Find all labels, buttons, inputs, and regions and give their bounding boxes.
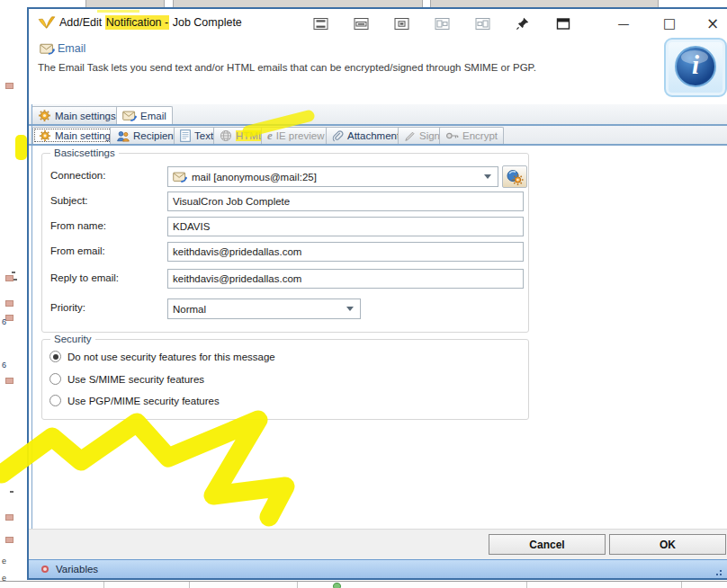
priority-label: Priority: (50, 302, 85, 313)
background-gridline (526, 582, 527, 588)
manage-connections-button[interactable] (502, 165, 527, 188)
maximize-icon: □ (663, 15, 676, 31)
background-cell-mark (5, 300, 13, 307)
security-group: Security Do not use security features fo… (41, 339, 529, 420)
tab-label: Encrypt (462, 130, 498, 141)
background-cell-mark (5, 514, 13, 521)
tab-label: Sign (419, 130, 440, 141)
window-icon (556, 17, 570, 31)
key-icon (445, 131, 459, 140)
add-edit-notification-dialog: Add/Edit Notification - Job Complete — □… (27, 7, 727, 580)
connection-select[interactable]: mail [anonymous@mail:25] (167, 166, 498, 187)
group-title: Basicsettings (50, 147, 119, 158)
background-table-strip (0, 581, 727, 588)
dock-left-button[interactable] (432, 13, 452, 33)
ok-button[interactable]: OK (609, 534, 726, 555)
minimize-button[interactable]: — (614, 13, 633, 33)
background-text-fragment (13, 279, 17, 281)
document-icon (180, 129, 191, 142)
background-text-fragment (12, 272, 15, 273)
paperclip-icon (332, 130, 344, 142)
radio-no-security[interactable] (49, 351, 61, 362)
dock-layout-button[interactable] (310, 13, 330, 33)
from-name-input[interactable] (167, 217, 524, 236)
panel-border (31, 104, 32, 529)
dock-center-button[interactable] (391, 13, 411, 33)
window-mode-button[interactable] (553, 13, 573, 33)
dropdown-arrow-icon (484, 174, 491, 179)
from-email-label: From email: (50, 245, 105, 256)
background-cell-mark (5, 83, 13, 89)
background-gridline (681, 582, 682, 588)
pushpin-icon (516, 16, 530, 31)
reply-to-email-label: Reply to email: (50, 272, 119, 283)
background-status-icon (333, 583, 341, 588)
priority-select[interactable]: Normal (167, 298, 361, 319)
from-name-label: From name: (50, 220, 106, 231)
email-sub-tab-strip: Main settings Recipients Text HTML e IE … (29, 126, 727, 146)
dropdown-arrow-icon (346, 307, 354, 311)
radio-pgp-security[interactable] (49, 395, 61, 406)
title-prefix: Add/Edit (59, 16, 105, 29)
outer-tab-strip: Main settings Email (29, 104, 727, 126)
connection-settings-icon (506, 168, 524, 186)
people-icon (116, 130, 130, 142)
variables-bar[interactable]: Variables (29, 559, 727, 578)
radio-label: Use PGP/MIME security features (67, 396, 220, 406)
variables-icon (41, 566, 49, 573)
title-highlighted-text: Notification - (105, 15, 169, 30)
tab-email-outer[interactable]: Email (116, 106, 173, 124)
dock-left-icon (435, 17, 450, 31)
close-button[interactable]: × (703, 13, 723, 33)
info-button[interactable]: i (664, 38, 727, 97)
from-email-input[interactable] (167, 242, 524, 262)
dock-center-icon (394, 17, 409, 31)
basic-settings-group: Basicsettings Connection: mail [anonymou… (41, 153, 529, 333)
background-text-fragment: 6 (2, 317, 6, 326)
dock-fill-icon (354, 17, 369, 31)
page-description: The Email Task lets you send text and/or… (38, 62, 536, 73)
radio-smime-security[interactable] (49, 373, 61, 385)
connection-label: Connection: (50, 170, 105, 181)
pen-icon (404, 130, 416, 142)
variables-label: Variables (56, 564, 98, 575)
gears-icon (39, 129, 51, 142)
background-cell-mark (5, 537, 13, 543)
background-cell-mark (5, 378, 13, 384)
connection-value: mail [anonymous@mail:25] (192, 172, 480, 183)
globe-icon (220, 129, 232, 142)
dock-right-button[interactable] (472, 13, 492, 33)
background-cell-mark (5, 275, 13, 281)
radio-label: Do not use security features for this me… (67, 352, 275, 362)
email-icon (40, 42, 55, 55)
tab-main-settings-inner[interactable]: Main settings (32, 127, 122, 144)
tab-label: Text (194, 130, 213, 141)
background-gridline (103, 582, 104, 588)
tab-label: Attachments (347, 130, 405, 141)
dock-right-icon (475, 17, 490, 31)
subject-input[interactable] (167, 192, 524, 211)
background-gridline (297, 582, 298, 588)
internet-explorer-icon: e (267, 129, 273, 143)
title-bar[interactable]: Add/Edit Notification - Job Complete — □… (29, 9, 727, 38)
resize-grip[interactable] (713, 566, 722, 575)
background-text-fragment (10, 491, 13, 493)
dock-fill-button[interactable] (351, 13, 371, 33)
info-icon: i (675, 46, 716, 87)
reply-to-email-input[interactable] (167, 269, 524, 289)
title-suffix: Job Complete (169, 16, 242, 29)
pin-button[interactable] (513, 13, 533, 33)
tab-ie-preview[interactable]: e IE preview (261, 127, 330, 144)
cancel-button[interactable]: Cancel (489, 534, 606, 555)
dialog-footer: Cancel OK (29, 529, 727, 560)
tab-main-settings-outer[interactable]: Main settings (31, 106, 122, 124)
background-gridline (189, 582, 190, 588)
background-text-fragment: 6 (2, 361, 6, 370)
background-text-fragment: e (2, 557, 6, 566)
maximize-button[interactable]: □ (660, 13, 679, 33)
background-cell-mark (5, 315, 13, 321)
tab-label: Email (140, 111, 166, 121)
group-title: Security (50, 334, 95, 344)
tab-encrypt[interactable]: Encrypt (439, 127, 504, 144)
gears-icon (38, 109, 51, 122)
